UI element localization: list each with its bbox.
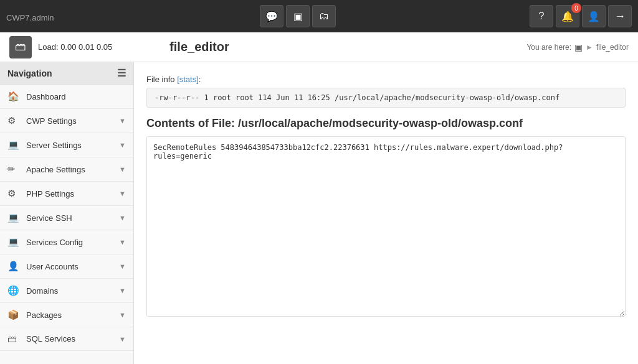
server-icon: 🗃: [9, 36, 32, 58]
home-icon: 🏠: [7, 91, 21, 102]
load-text: Load: 0.00 0.01 0.05: [38, 42, 157, 52]
services-config-icon: 💻: [7, 236, 21, 248]
ssh-icon: 💻: [7, 212, 21, 223]
file-editor-textarea[interactable]: SecRemoteRules 548394643854733bba12cfc2.…: [146, 136, 626, 317]
chevron-down-icon: ▼: [119, 287, 126, 294]
sidebar-item-label: SQL Services: [26, 334, 119, 343]
user-button[interactable]: 👤: [582, 5, 606, 27]
chevron-down-icon: ▼: [119, 238, 126, 246]
sidebar-item-label: Dashboard: [26, 92, 126, 101]
user-accounts-icon: 👤: [7, 261, 21, 272]
sidebar-item-label: Service SSH: [26, 213, 119, 223]
help-button[interactable]: ?: [530, 5, 553, 27]
chat-icon-btn[interactable]: 💬: [260, 5, 283, 27]
server-settings-icon: 💻: [7, 139, 21, 151]
top-center-icons: 💬 ▣ 🗂: [67, 5, 530, 27]
file-info-box: -rw-r--r-- 1 root root 114 Jun 11 16:25 …: [146, 88, 626, 108]
sql-icon: 🗃: [7, 334, 21, 344]
apache-icon: ✏: [7, 164, 21, 175]
sidebar-item-label: Domains: [26, 286, 119, 296]
chevron-down-icon: ▼: [119, 190, 126, 197]
server-bar: 🗃 Load: 0.00 0.01 0.05 file_editor You a…: [0, 32, 638, 62]
sidebar-item-user-accounts[interactable]: 👤 User Accounts ▼: [0, 254, 133, 279]
chevron-down-icon: ▼: [119, 214, 126, 222]
sidebar-item-apache-settings[interactable]: ✏ Apache Settings ▼: [0, 157, 133, 182]
logout-icon: →: [614, 10, 626, 23]
php-icon: ⚙: [7, 188, 21, 199]
chevron-down-icon: ▼: [119, 311, 126, 319]
files-icon: 🗂: [319, 11, 329, 22]
breadcrumb: You are here: ▣ ► file_editor: [526, 42, 629, 52]
sidebar-collapse-icon[interactable]: ☰: [117, 67, 126, 79]
chevron-down-icon: ▼: [119, 263, 126, 270]
chevron-down-icon: ▼: [119, 141, 126, 149]
sidebar-item-dashboard[interactable]: 🏠 Dashboard: [0, 85, 133, 109]
help-icon: ?: [539, 11, 545, 22]
sidebar-item-sql-services[interactable]: 🗃 SQL Services ▼: [0, 327, 133, 351]
sidebar-item-label: Server Settings: [26, 141, 119, 150]
logo-sub: .admin: [30, 13, 54, 22]
file-info-label: File info [stats]:: [146, 75, 626, 84]
contents-heading: Contents of File: /usr/local/apache/mods…: [146, 117, 626, 130]
notification-badge: 0: [571, 3, 581, 13]
sidebar-item-services-config[interactable]: 💻 Services Config ▼: [0, 230, 133, 254]
sidebar-item-packages[interactable]: 📦 Packages ▼: [0, 303, 133, 327]
page-title: file_editor: [157, 40, 526, 54]
bell-icon: 🔔: [561, 11, 574, 22]
top-right-icons: ? 🔔 0 👤 →: [530, 5, 632, 27]
file-info-colon: :: [199, 75, 201, 84]
breadcrumb-monitor-icon: ▣: [574, 42, 583, 52]
sidebar-item-cwp-settings[interactable]: ⚙ CWP Settings ▼: [0, 109, 133, 133]
sidebar: Navigation ☰ 🏠 Dashboard ⚙ CWP Settings …: [0, 62, 134, 364]
chevron-down-icon: ▼: [119, 335, 126, 343]
monitor-icon-btn[interactable]: ▣: [286, 5, 310, 27]
chevron-down-icon: ▼: [119, 117, 126, 124]
sidebar-item-domains[interactable]: 🌐 Domains ▼: [0, 279, 133, 303]
monitor-icon: ▣: [293, 11, 303, 22]
sidebar-item-php-settings[interactable]: ⚙ PHP Settings ▼: [0, 182, 133, 206]
file-info-section: File info [stats]: -rw-r--r-- 1 root roo…: [146, 75, 626, 108]
logo: CWP7.admin: [6, 8, 54, 24]
sidebar-item-label: PHP Settings: [26, 189, 119, 198]
files-icon-btn[interactable]: 🗂: [312, 5, 336, 27]
sidebar-item-label: Packages: [26, 310, 119, 320]
breadcrumb-page: file_editor: [596, 43, 629, 52]
main-layout: Navigation ☰ 🏠 Dashboard ⚙ CWP Settings …: [0, 62, 638, 364]
cwp-settings-icon: ⚙: [7, 115, 21, 126]
breadcrumb-prefix: You are here:: [526, 43, 571, 52]
sidebar-item-label: Services Config: [26, 238, 119, 247]
packages-icon: 📦: [7, 309, 21, 320]
domains-icon: 🌐: [7, 285, 21, 296]
logo-text: CWP7: [6, 13, 30, 22]
chevron-down-icon: ▼: [119, 166, 126, 173]
database-icon: 🗃: [15, 40, 26, 54]
sidebar-header: Navigation ☰: [0, 62, 133, 85]
sidebar-item-label: CWP Settings: [26, 116, 119, 126]
sidebar-item-server-settings[interactable]: 💻 Server Settings ▼: [0, 133, 133, 157]
sidebar-item-label: User Accounts: [26, 262, 119, 271]
content-area: File info [stats]: -rw-r--r-- 1 root roo…: [134, 62, 638, 364]
user-icon: 👤: [588, 11, 600, 22]
logout-button[interactable]: →: [608, 5, 632, 27]
notifications-button[interactable]: 🔔 0: [556, 5, 579, 27]
sidebar-item-service-ssh[interactable]: 💻 Service SSH ▼: [0, 206, 133, 230]
breadcrumb-arrow: ►: [586, 43, 593, 52]
navigation-label: Navigation: [7, 68, 52, 78]
top-header: CWP7.admin 💬 ▣ 🗂 ? 🔔 0 👤 →: [0, 0, 638, 32]
file-info-text: File info: [146, 75, 177, 84]
sidebar-item-label: Apache Settings: [26, 165, 119, 174]
stats-link[interactable]: [stats]: [177, 75, 199, 84]
chat-icon: 💬: [265, 11, 278, 22]
